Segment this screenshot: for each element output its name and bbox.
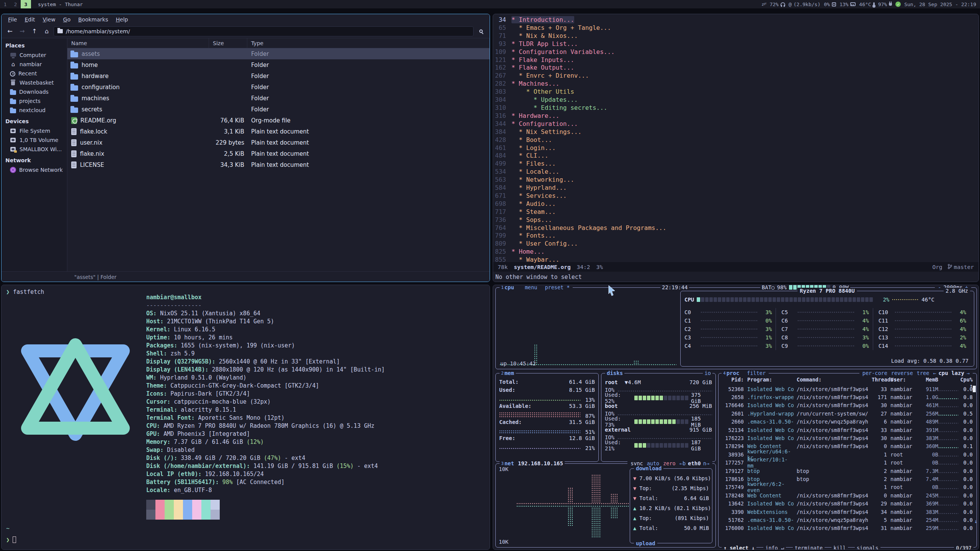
org-heading-line[interactable]: 34* Introduction...: [493, 16, 978, 24]
filter-button[interactable]: filter: [745, 370, 767, 376]
search-button[interactable]: [475, 26, 487, 36]
signals-key[interactable]: signals: [855, 545, 880, 550]
column-size[interactable]: Size: [209, 38, 247, 48]
process-row-177257[interactable]: 177257kworker/10:1-mm_1root0B0.0: [721, 459, 974, 467]
sidebar-item-nambiar[interactable]: ⌂nambiar: [2, 60, 67, 69]
org-heading-line[interactable]: 584 * Hyprland...: [493, 184, 978, 192]
menu-file[interactable]: File: [5, 15, 20, 24]
temperature-indicator[interactable]: 46°C: [859, 2, 874, 7]
iface-next-button[interactable]: n→: [702, 460, 711, 466]
org-heading-line[interactable]: 316* Hardware...: [493, 112, 978, 120]
battery-indicator[interactable]: 97%: [878, 2, 892, 7]
sidebar-item-browse-network[interactable]: Browse Network: [2, 165, 67, 174]
org-heading-line[interactable]: 303 * Other Utils: [493, 88, 978, 96]
sort-next-button[interactable]: →: [965, 370, 971, 376]
org-heading-line[interactable]: 799 * Fonts...: [493, 232, 978, 240]
reverse-button[interactable]: reverse: [890, 370, 915, 376]
volume-indicator[interactable]: 72%: [769, 2, 785, 7]
org-heading-line[interactable]: 717 * Steam...: [493, 208, 978, 216]
major-mode[interactable]: Org: [932, 264, 942, 270]
idle-inhibitor[interactable]: zzz: [761, 2, 766, 7]
path-field[interactable]: /home/nambiar/system/: [54, 26, 474, 36]
org-heading-line[interactable]: 563 * Networking...: [493, 176, 978, 184]
file-row-README.org[interactable]: README.org76,4 KiBOrg-mode file: [67, 115, 490, 126]
process-row-176000[interactable]: 176000Isolated Web Co/nix/store/sm8fmrf3…: [721, 524, 974, 532]
org-heading-line[interactable]: 484 * CLI...: [493, 152, 978, 160]
process-row-51762[interactable]: 51762.emacs-31.0.50-/nix/store/wnqz5pa8r…: [721, 516, 974, 524]
file-row-machines[interactable]: machinesFolder: [67, 93, 490, 104]
clock[interactable]: Sun, 28 Sep 2025 - 22:19: [904, 2, 976, 7]
menu-bookmarks[interactable]: Bookmarks: [75, 15, 111, 24]
file-row-user.nix[interactable]: user.nix229 bytesPlain text document: [67, 137, 490, 148]
org-heading-line[interactable]: 282* Machines...: [493, 80, 978, 88]
org-heading-line[interactable]: 428 * Boot...: [493, 136, 978, 144]
org-heading-line[interactable]: 162* Flake Output...: [493, 64, 978, 72]
forward-button[interactable]: →: [17, 26, 28, 36]
cpu-box-title[interactable]: cpu: [505, 285, 514, 290]
updates-ok-icon[interactable]: ✓: [895, 2, 901, 7]
cpu-indicator[interactable]: 0%: [824, 2, 836, 7]
menu-button[interactable]: menu: [523, 285, 539, 290]
org-heading-line[interactable]: 825* Home...: [493, 248, 978, 256]
org-heading-line[interactable]: 764 * Miscellaneous Packages and Program…: [493, 224, 978, 232]
org-heading-line[interactable]: 736 * Sops...: [493, 216, 978, 224]
process-row-176646[interactable]: 176646Isolated Web Co/nix/store/sm8fmrf3…: [721, 401, 974, 409]
org-heading-line[interactable]: 499 * Files...: [493, 160, 978, 168]
org-heading-line[interactable]: 267 * Envrc + Direnv...: [493, 72, 978, 80]
menu-view[interactable]: View: [39, 15, 59, 24]
org-heading-line[interactable]: 109* Configuration Variables...: [493, 48, 978, 56]
sidebar-item-file-system[interactable]: File System: [2, 126, 67, 135]
sidebar-item-recent[interactable]: Recent: [2, 69, 67, 78]
kill-key[interactable]: kill: [831, 545, 848, 550]
io-mode-toggle[interactable]: io: [703, 370, 712, 376]
process-row-175749[interactable]: 175749kworker/6:2-even1root0B0.0: [721, 483, 974, 491]
sort-prev-button[interactable]: ←: [931, 370, 938, 376]
sidebar-item-projects[interactable]: projects: [2, 96, 67, 106]
org-heading-line[interactable]: 93* TLDR App List...: [493, 40, 978, 48]
menu-edit[interactable]: Edit: [21, 15, 38, 24]
process-row-2601[interactable]: 2601.Hyprland-wrapp/run/current-system/s…: [721, 409, 974, 417]
column-type[interactable]: Type: [247, 38, 490, 48]
org-heading-line[interactable]: 304 * Updates...: [493, 96, 978, 104]
workspace-1[interactable]: 1: [0, 0, 10, 8]
org-heading-line[interactable]: 534 * Locale...: [493, 168, 978, 176]
org-heading-line[interactable]: 71 * Nix & Nixos...: [493, 32, 978, 40]
proc-box-title[interactable]: proc: [727, 370, 740, 376]
terminate-key[interactable]: terminate: [793, 545, 825, 550]
process-row-52134[interactable]: 52134Isolated Web Co/nix/store/sm8fmrf3w…: [721, 426, 974, 434]
file-row-hardware[interactable]: hardwareFolder: [67, 70, 490, 82]
process-row-52368[interactable]: 52368Isolated Web Co/nix/store/sm8fmrf3w…: [721, 385, 974, 393]
back-button[interactable]: ←: [5, 26, 15, 36]
disks-box-title[interactable]: disks: [607, 370, 623, 376]
org-heading-line[interactable]: 698 * Audio...: [493, 200, 978, 208]
file-row-flake.nix[interactable]: flake.nix2,5 KiBPlain text document: [67, 148, 490, 159]
iface-prev-button[interactable]: ←b: [678, 460, 687, 466]
network-indicator[interactable]: @(2.9kb/s): [789, 2, 820, 7]
up-button[interactable]: ↑: [29, 26, 40, 36]
file-row-secrets[interactable]: secretsFolder: [67, 104, 490, 115]
menu-go[interactable]: Go: [60, 15, 74, 24]
process-row-176223[interactable]: 176223Isolated Web Co/nix/store/sm8fmrf3…: [721, 434, 974, 442]
process-row-3390[interactable]: 3390WebExtensions/nix/store/sm8fmrf3wps4…: [721, 508, 974, 516]
sidebar-item-downloads[interactable]: Downloads: [2, 87, 67, 96]
sidebar-item-computer[interactable]: Computer: [2, 51, 67, 60]
org-heading-line[interactable]: 310 * Editing secrets...: [493, 104, 978, 112]
home-button[interactable]: ⌂: [41, 26, 52, 36]
org-heading-line[interactable]: 121* Flake Inputs...: [493, 56, 978, 64]
workspace-2[interactable]: 2: [10, 0, 21, 8]
per-core-button[interactable]: per-core: [861, 370, 889, 376]
proc-scrollbar[interactable]: [973, 386, 976, 392]
column-name[interactable]: Name: [67, 38, 209, 48]
preset-button[interactable]: preset *: [543, 285, 571, 290]
org-heading-line[interactable]: 344* Configuration...: [493, 120, 978, 128]
file-row-LICENSE[interactable]: LICENSE34,3 KiBPlain text document: [67, 159, 490, 170]
select-keys[interactable]: ↑ select ↓: [722, 545, 756, 550]
mem-box-title[interactable]: mem: [505, 370, 514, 376]
file-row-assets[interactable]: assetsFolder: [67, 48, 490, 59]
process-row-179127[interactable]: 179127btopbtop2nambiar7.3M0.0: [721, 467, 974, 475]
menu-help[interactable]: Help: [112, 15, 131, 24]
net-zero-button[interactable]: zero: [662, 460, 677, 466]
sidebar-item-1-0-tb-volume[interactable]: 1,0 TB Volume: [2, 135, 67, 145]
org-heading-line[interactable]: 65 * Emacs + Org + Tangle...: [493, 24, 978, 32]
file-row-home[interactable]: homeFolder: [67, 59, 490, 70]
